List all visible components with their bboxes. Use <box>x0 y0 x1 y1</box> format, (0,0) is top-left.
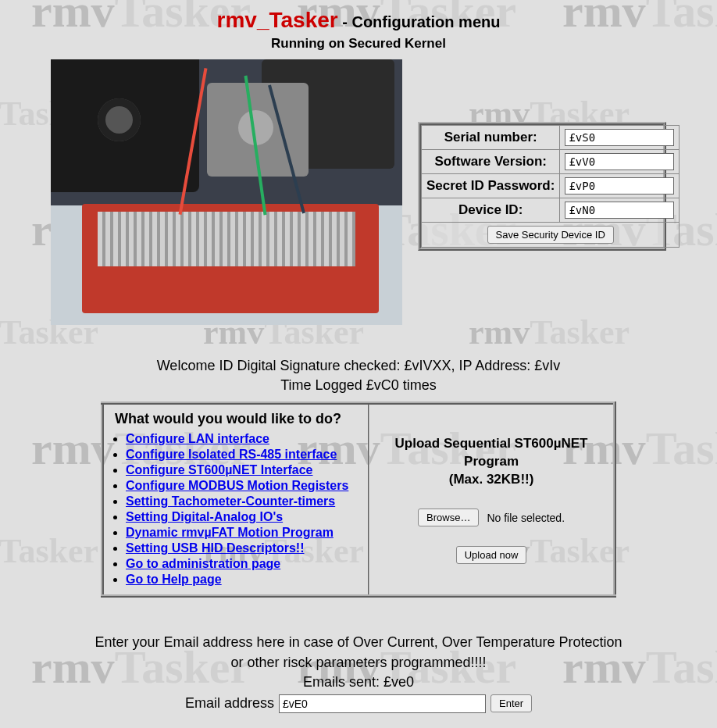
action-link-2[interactable]: Configure ST600µNET Interface <box>126 463 313 476</box>
page-subtitle: - Configuration menu <box>338 13 501 30</box>
action-link-item: Go to administration page <box>126 557 360 571</box>
email-block: Enter your Email address here in case of… <box>0 633 717 713</box>
secret-id-password-input[interactable] <box>565 177 674 194</box>
action-link-6[interactable]: Dynamic rmvµFAT Motion Program <box>126 526 334 539</box>
upload-title: Upload Sequential ST600µNET Program (Max… <box>377 435 605 489</box>
device-info-panel: Serial number: Software Version: Secret … <box>418 122 666 251</box>
action-link-item: Configure LAN interface <box>126 432 360 446</box>
app-title: rmv_Tasker <box>217 8 338 32</box>
save-security-device-id-button[interactable]: Save Security Device ID <box>487 226 614 244</box>
action-link-item: Setting Tachometer-Counter-timers <box>126 494 360 509</box>
email-help-line-1: Enter your Email address here in case of… <box>0 633 717 652</box>
welcome-line-2: Time Logged £vC0 times <box>0 376 717 395</box>
secret-id-password-label: Secret ID Password: <box>422 174 560 198</box>
welcome-line-1: Welcome ID Digital Signature checked: £v… <box>0 356 717 376</box>
action-link-4[interactable]: Setting Tachometer-Counter-timers <box>126 494 335 508</box>
welcome-block: Welcome ID Digital Signature checked: £v… <box>0 356 717 395</box>
emails-sent-line: Emails sent: £ve0 <box>0 673 717 692</box>
action-link-item: Setting USB HID Descriptors!! <box>126 541 360 555</box>
action-link-list: Configure LAN interfaceConfigure Isolate… <box>126 432 360 587</box>
action-link-item: Configure ST600µNET Interface <box>126 463 360 477</box>
product-photo <box>51 59 402 325</box>
serial-number-label: Serial number: <box>422 126 560 150</box>
action-link-item: Setting Digital-Analog IO's <box>126 510 360 524</box>
page-header: rmv_Tasker - Configuration menu Running … <box>0 8 717 52</box>
action-link-7[interactable]: Setting USB HID Descriptors!! <box>126 541 304 555</box>
action-link-9[interactable]: Go to Help page <box>126 573 222 586</box>
device-id-label: Device ID: <box>422 198 560 223</box>
device-id-input[interactable] <box>565 202 674 219</box>
email-address-input[interactable] <box>279 694 486 713</box>
file-status: No file selected. <box>487 512 565 524</box>
email-enter-button[interactable]: Enter <box>490 694 532 712</box>
action-link-5[interactable]: Setting Digital-Analog IO's <box>126 510 283 523</box>
action-link-1[interactable]: Configure Isolated RS-485 interface <box>126 448 337 461</box>
software-version-input[interactable] <box>565 153 674 170</box>
actions-panel: What would you would like to do? Configu… <box>101 401 616 598</box>
actions-prompt: What would you would like to do? <box>115 411 360 427</box>
action-link-item: Dynamic rmvµFAT Motion Program <box>126 526 360 540</box>
action-link-0[interactable]: Configure LAN interface <box>126 432 269 445</box>
secured-kernel-label: Running on Secured Kernel <box>0 36 717 52</box>
serial-number-input[interactable] <box>565 129 674 146</box>
action-link-item: Go to Help page <box>126 573 360 587</box>
browse-button[interactable]: Browse… <box>418 509 479 526</box>
email-help-line-2: or other risck parameters programmed!!!! <box>0 653 717 673</box>
action-link-item: Configure MODBUS Motion Registers <box>126 479 360 493</box>
software-version-label: Software Version: <box>422 150 560 174</box>
email-address-label: Email address <box>185 694 274 713</box>
upload-now-button[interactable]: Upload now <box>456 546 527 564</box>
action-link-item: Configure Isolated RS-485 interface <box>126 448 360 462</box>
action-link-3[interactable]: Configure MODBUS Motion Registers <box>126 479 348 492</box>
action-link-8[interactable]: Go to administration page <box>126 557 280 570</box>
